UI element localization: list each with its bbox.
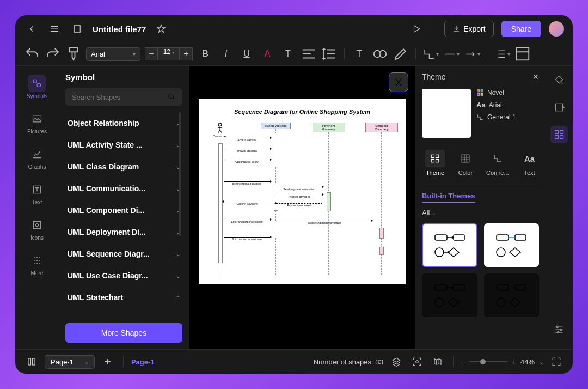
lifeline-box: Payment Gateway <box>313 123 345 132</box>
file-icon <box>70 21 85 37</box>
search-icon <box>168 93 176 101</box>
redo-icon[interactable] <box>45 46 61 62</box>
line-style-icon[interactable]: ▾ <box>443 46 460 62</box>
ai-assist-button[interactable] <box>389 72 408 92</box>
text-tool-icon[interactable]: T <box>351 46 367 62</box>
rail-graphs[interactable]: Graphs <box>15 142 59 173</box>
tab-theme[interactable]: Theme <box>422 147 448 179</box>
line-height-icon[interactable] <box>321 46 338 62</box>
italic-icon[interactable]: I <box>218 46 234 62</box>
page-select[interactable]: Page-1⌄ <box>45 355 95 369</box>
strikethrough-icon[interactable]: T <box>280 46 296 62</box>
svg-rect-25 <box>431 155 434 157</box>
zoom-slider[interactable] <box>469 361 507 362</box>
diagram-canvas[interactable]: Sequence Diagram for Online Shopping Sys… <box>199 99 406 284</box>
connector-icon[interactable]: ▾ <box>422 46 439 62</box>
svg-rect-31 <box>454 235 464 240</box>
rail-pictures[interactable]: Pictures <box>15 107 59 138</box>
shape-cat[interactable]: UML Deployment Di...⌄ <box>65 221 182 243</box>
underline-icon[interactable]: U <box>238 46 255 62</box>
tab-connector[interactable]: Conne... <box>483 147 512 179</box>
shapes-panel: Symbol Object Relationship⌄ UML Activity… <box>59 66 189 349</box>
theme-card[interactable] <box>484 273 540 317</box>
zoom-out[interactable]: − <box>461 358 465 366</box>
tab-color[interactable]: Color <box>452 147 479 179</box>
user-avatar[interactable] <box>549 21 564 37</box>
svg-point-14 <box>37 260 38 261</box>
rail-settings-icon[interactable] <box>550 321 568 338</box>
rail-theme-icon[interactable] <box>550 126 568 143</box>
font-color-icon[interactable]: A <box>259 46 275 62</box>
add-page-icon[interactable]: + <box>100 354 115 369</box>
theme-card[interactable] <box>484 223 540 267</box>
page-tab[interactable]: Page-1 <box>131 358 155 366</box>
arrow-style-icon[interactable]: ▾ <box>464 46 480 62</box>
rail-text[interactable]: Text <box>15 178 59 209</box>
app-window: Untitled file77 Export Share Arial▾ − 12… <box>15 15 573 374</box>
map-icon[interactable] <box>430 354 445 369</box>
star-icon[interactable] <box>154 21 169 37</box>
shape-cat[interactable]: UML Component Di...⌄ <box>65 199 182 221</box>
export-button[interactable]: Export <box>444 21 493 37</box>
tab-text[interactable]: AaText <box>517 147 543 179</box>
font-select[interactable]: Arial▾ <box>86 47 140 61</box>
scrollbar[interactable] <box>179 112 181 236</box>
link-icon[interactable] <box>372 46 388 62</box>
fullscreen-icon[interactable] <box>549 354 564 369</box>
svg-point-16 <box>34 263 35 264</box>
rail-more[interactable]: More <box>15 248 59 279</box>
actor-icon <box>216 123 224 133</box>
rail-symbols[interactable]: Symbols <box>15 71 59 102</box>
shape-cat[interactable]: UML Class Diagram⌄ <box>65 156 182 178</box>
file-title[interactable]: Untitled file77 <box>93 25 146 34</box>
shape-cat[interactable]: UML Statechart⌄ <box>65 287 182 308</box>
svg-rect-44 <box>560 131 564 134</box>
more-shapes-button[interactable]: More Shapes <box>65 323 182 343</box>
theme-card[interactable] <box>422 273 477 317</box>
theme-card[interactable] <box>422 223 477 267</box>
close-icon[interactable]: ✕ <box>532 72 539 81</box>
shape-cat[interactable]: UML Communicatio...⌄ <box>65 178 182 199</box>
list-icon[interactable]: ▾ <box>494 46 510 62</box>
play-icon[interactable] <box>409 21 424 37</box>
rail-insert-icon[interactable] <box>550 99 568 116</box>
svg-point-15 <box>40 260 40 261</box>
theme-filter-all[interactable]: All⌄ <box>422 209 539 217</box>
align-icon[interactable] <box>301 46 317 62</box>
pages-icon[interactable] <box>24 354 39 369</box>
svg-point-19 <box>169 94 174 99</box>
svg-point-11 <box>37 258 38 258</box>
layers-icon[interactable] <box>389 354 404 369</box>
back-button[interactable] <box>24 21 39 37</box>
format-painter-icon[interactable] <box>65 46 82 62</box>
undo-icon[interactable] <box>24 46 40 62</box>
shape-cat[interactable]: UML Use Case Diagr...⌄ <box>65 265 182 287</box>
svg-rect-3 <box>517 48 529 60</box>
rail-icons[interactable]: Icons <box>15 213 59 244</box>
shapes-search[interactable] <box>65 88 182 106</box>
bold-icon[interactable]: B <box>197 46 213 62</box>
shape-cat[interactable]: Object Relationship⌄ <box>65 112 182 134</box>
focus-icon[interactable] <box>409 354 425 369</box>
rail-fill-icon[interactable] <box>550 71 568 89</box>
canvas-area[interactable]: Sequence Diagram for Online Shopping Sys… <box>189 66 415 349</box>
menu-icon[interactable] <box>47 21 62 37</box>
svg-rect-8 <box>33 221 40 228</box>
zoom-in[interactable]: + <box>512 358 516 366</box>
pen-icon[interactable] <box>393 46 409 62</box>
shape-cat[interactable]: UML Sequence Diagr...⌄ <box>65 243 182 265</box>
svg-point-41 <box>497 298 505 307</box>
svg-point-10 <box>34 258 35 258</box>
svg-point-35 <box>497 248 505 257</box>
shapes-search-input[interactable] <box>72 93 163 101</box>
share-button[interactable]: Share <box>501 21 541 37</box>
font-size-decrease[interactable]: − <box>145 47 158 60</box>
theme-preview-thumbnail <box>422 89 471 138</box>
font-size-increase[interactable]: + <box>180 47 193 60</box>
format-toolbar: Arial▾ − 12 ▾ + B I U A T T ▾ ▾ ▾ ▾ <box>15 42 573 66</box>
svg-rect-30 <box>435 235 447 240</box>
font-size-input[interactable]: 12 ▾ <box>158 47 180 60</box>
zoom-value[interactable]: 44% <box>520 358 535 366</box>
shape-cat[interactable]: UML Activity State ...⌄ <box>65 134 182 156</box>
layout-icon[interactable] <box>514 46 531 62</box>
